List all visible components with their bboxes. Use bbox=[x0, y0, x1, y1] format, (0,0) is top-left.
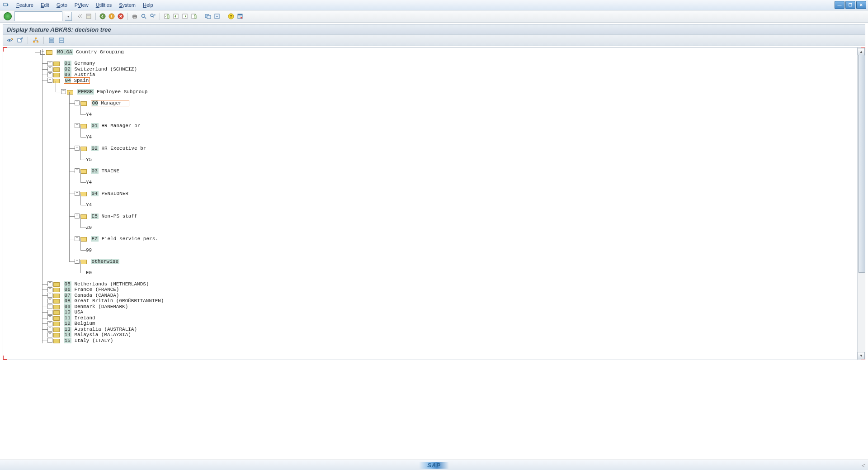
expand-icon[interactable]: + bbox=[47, 299, 52, 304]
vertical-scrollbar[interactable]: ▲ ▼ bbox=[857, 47, 865, 360]
command-dropdown[interactable]: ▾ bbox=[65, 12, 72, 21]
expand-icon[interactable]: + bbox=[47, 338, 52, 343]
print-icon[interactable] bbox=[131, 12, 139, 20]
last-page-icon[interactable] bbox=[190, 12, 198, 20]
expand-icon[interactable]: + bbox=[47, 287, 52, 292]
tree-row[interactable] bbox=[3, 83, 858, 89]
tree-node-highlighted[interactable]: 00 Manager bbox=[91, 100, 129, 106]
tree-row[interactable] bbox=[3, 185, 858, 191]
expand-icon[interactable]: + bbox=[47, 281, 52, 286]
scroll-down-icon[interactable]: ▼ bbox=[858, 352, 865, 359]
status-triangle-icon[interactable]: ◁ bbox=[862, 463, 865, 468]
tree-row[interactable]: − PERSK Employee Subgroup bbox=[3, 89, 858, 95]
enter-icon[interactable] bbox=[4, 12, 12, 20]
menu-feature[interactable]: Feature bbox=[13, 1, 37, 9]
tree-row[interactable]: − 00 Manager bbox=[3, 100, 858, 106]
tree-row[interactable]: Y4 bbox=[3, 134, 858, 140]
first-page-icon[interactable] bbox=[163, 12, 171, 20]
tree-row[interactable] bbox=[3, 117, 858, 123]
tree-row[interactable] bbox=[3, 230, 858, 236]
close-button[interactable]: ✕ bbox=[856, 1, 866, 9]
tree-row[interactable]: − 01 HR Manager br bbox=[3, 123, 858, 129]
tree-row[interactable]: + 09 Denmark (DANEMARK) bbox=[3, 304, 858, 310]
menu-pview[interactable]: PView bbox=[71, 1, 92, 9]
maximize-button[interactable]: ❐ bbox=[845, 1, 855, 9]
tree-node-highlighted[interactable]: 04 Spain bbox=[64, 77, 90, 84]
display-change-icon[interactable] bbox=[6, 36, 14, 44]
tree-row[interactable]: Z9 bbox=[3, 225, 858, 231]
tree-row[interactable] bbox=[3, 253, 858, 259]
tree-row[interactable]: + 15 Italy (ITALY) bbox=[3, 338, 858, 344]
expand-icon[interactable]: − bbox=[75, 146, 80, 151]
expand-icon[interactable]: + bbox=[47, 304, 52, 309]
expand-icon[interactable]: − bbox=[40, 50, 45, 55]
tree-row[interactable] bbox=[3, 95, 858, 100]
next-page-icon[interactable] bbox=[181, 12, 189, 20]
expand-icon[interactable]: − bbox=[75, 100, 80, 105]
tree-row[interactable]: + 07 Canada (CANADA) bbox=[3, 293, 858, 299]
tree-row[interactable] bbox=[3, 174, 858, 180]
tree-view[interactable]: − MOLGA Country Grouping+ 01 Germany+ 02… bbox=[3, 47, 858, 360]
tree-row[interactable] bbox=[3, 106, 858, 112]
expand-icon[interactable]: − bbox=[75, 168, 80, 173]
tree-row[interactable] bbox=[3, 242, 858, 247]
shortcut-icon[interactable] bbox=[213, 12, 221, 20]
tree-row[interactable] bbox=[3, 140, 858, 146]
tree-row[interactable]: + 10 USA bbox=[3, 309, 858, 315]
tree-row[interactable]: + 08 Great Britain (GROßBRITANNIEN) bbox=[3, 298, 858, 304]
tree-row[interactable]: − 04 Spain bbox=[3, 78, 858, 84]
new-session-icon[interactable] bbox=[204, 12, 212, 20]
tree-row[interactable]: + 14 Malaysia (MALAYSIA) bbox=[3, 332, 858, 338]
command-field[interactable] bbox=[14, 11, 62, 21]
tree-row[interactable]: Y4 bbox=[3, 180, 858, 185]
tree-row[interactable] bbox=[3, 208, 858, 214]
tree-row[interactable]: + 13 Australia (AUSTRALIA) bbox=[3, 327, 858, 332]
tree-row[interactable]: + 12 Belgium bbox=[3, 321, 858, 327]
tree-row[interactable] bbox=[3, 196, 858, 202]
tree-row[interactable] bbox=[3, 162, 858, 168]
scrollbar-thumb[interactable] bbox=[858, 55, 865, 273]
tree-row[interactable]: − EZ Field service pers. bbox=[3, 236, 858, 242]
tree-row[interactable]: + 05 Netherlands (NETHERLANDS) bbox=[3, 281, 858, 287]
menu-utilities[interactable]: Utilities bbox=[92, 1, 115, 9]
tree-row[interactable]: − 03 TRAINE bbox=[3, 168, 858, 174]
cancel-icon[interactable] bbox=[117, 12, 125, 20]
scroll-up-icon[interactable]: ▲ bbox=[858, 48, 865, 55]
tree-row[interactable] bbox=[3, 264, 858, 270]
find-next-icon[interactable] bbox=[149, 12, 157, 20]
expand-icon[interactable]: − bbox=[61, 89, 66, 94]
expand-icon[interactable]: + bbox=[47, 332, 52, 337]
minimize-button[interactable]: — bbox=[835, 1, 844, 9]
expand-icon[interactable]: − bbox=[75, 214, 80, 218]
menu-goto[interactable]: Goto bbox=[53, 1, 71, 9]
expand-icon[interactable]: + bbox=[47, 321, 52, 326]
tree-row[interactable]: + 06 France (FRANCE) bbox=[3, 287, 858, 293]
expand-icon[interactable]: − bbox=[75, 123, 80, 128]
layout-icon[interactable] bbox=[236, 12, 244, 20]
tree-row[interactable]: + 02 Switzerland (SCHWEIZ) bbox=[3, 66, 858, 72]
tree-row[interactable] bbox=[3, 219, 858, 225]
expand-icon[interactable]: − bbox=[75, 191, 80, 196]
expand-icon[interactable]: + bbox=[47, 61, 52, 66]
collapse-all-icon[interactable] bbox=[57, 36, 66, 44]
expand-icon[interactable]: − bbox=[75, 259, 80, 264]
tree-row[interactable] bbox=[3, 55, 858, 61]
check-icon[interactable] bbox=[16, 36, 24, 44]
tree-row[interactable]: − 04 PENSIONER bbox=[3, 191, 858, 197]
expand-icon[interactable]: − bbox=[75, 236, 80, 241]
help-icon[interactable]: ? bbox=[227, 12, 235, 20]
tree-row[interactable] bbox=[3, 275, 858, 281]
expand-icon[interactable]: + bbox=[47, 310, 52, 315]
tree-row[interactable]: Y4 bbox=[3, 202, 858, 208]
expand-icon[interactable]: + bbox=[47, 315, 52, 320]
prev-page-icon[interactable] bbox=[172, 12, 180, 20]
expand-icon[interactable]: + bbox=[47, 327, 52, 332]
tree-row[interactable]: − E5 Non-PS staff bbox=[3, 214, 858, 219]
menu-system[interactable]: System bbox=[115, 1, 139, 9]
tree-row[interactable]: + 03 Austria bbox=[3, 72, 858, 78]
expand-icon[interactable]: + bbox=[47, 66, 52, 71]
menu-edit[interactable]: Edit bbox=[37, 1, 53, 9]
tree-row[interactable]: − 02 HR Executive br bbox=[3, 146, 858, 152]
exit-icon[interactable] bbox=[108, 12, 116, 20]
expand-all-icon[interactable] bbox=[47, 36, 56, 44]
